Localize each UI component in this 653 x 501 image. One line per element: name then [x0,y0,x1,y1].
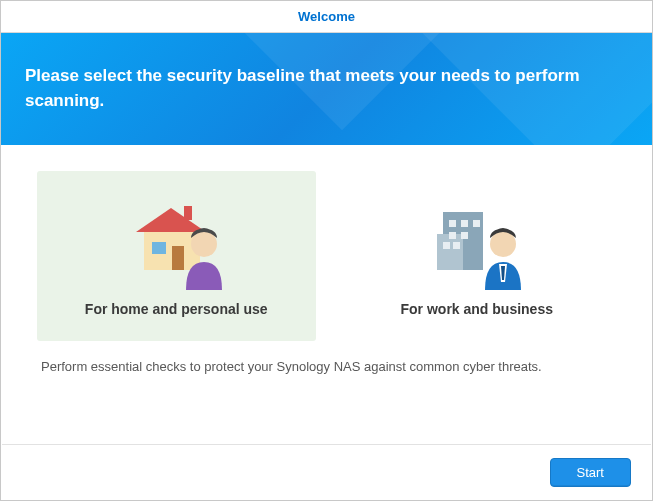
svg-rect-4 [172,246,184,270]
banner: Please select the security baseline that… [1,33,652,145]
svg-rect-3 [152,242,166,254]
svg-rect-12 [461,232,468,239]
svg-rect-9 [461,220,468,227]
svg-rect-8 [449,220,456,227]
svg-rect-13 [443,242,450,249]
footer: Start [2,444,651,500]
option-home-personal[interactable]: For home and personal use [37,171,316,341]
svg-rect-11 [449,232,456,239]
svg-rect-1 [184,206,192,220]
option-work-business[interactable]: For work and business [338,171,617,341]
svg-rect-7 [437,234,463,270]
window-titlebar: Welcome [1,1,652,33]
svg-rect-10 [473,220,480,227]
banner-heading: Please select the security baseline that… [25,64,615,113]
window-title: Welcome [298,9,355,24]
option-description: Perform essential checks to protect your… [37,359,616,374]
home-person-icon [111,185,241,295]
office-person-icon [412,185,542,295]
svg-rect-14 [453,242,460,249]
start-button[interactable]: Start [550,458,631,487]
option-home-label: For home and personal use [85,301,268,317]
option-business-label: For work and business [401,301,553,317]
svg-marker-0 [136,208,206,232]
baseline-options: For home and personal use [37,171,616,341]
content-area: For home and personal use [1,145,652,374]
